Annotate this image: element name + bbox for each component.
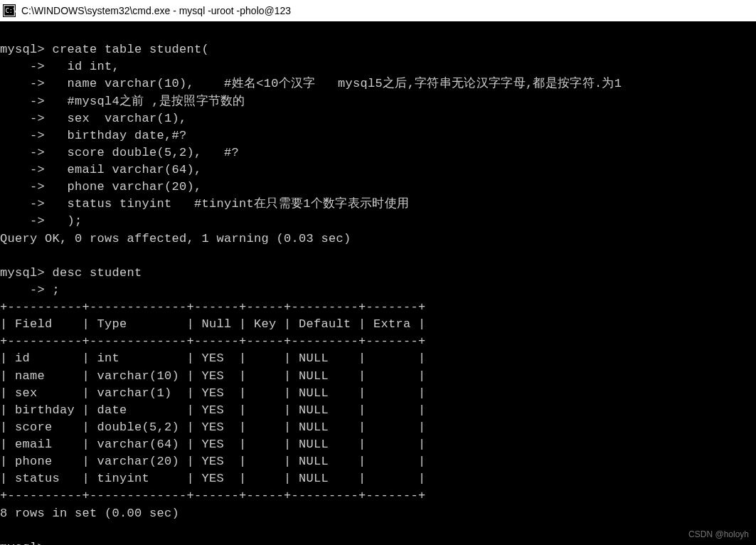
- sql-line: status tinyint #tinyint在只需要1个数字表示时使用: [45, 197, 409, 211]
- cont-prompt: ->: [0, 60, 45, 73]
- cont-prompt: ->: [0, 214, 45, 228]
- table-border: +----------+-------------+------+-----+-…: [0, 489, 426, 502]
- cont-prompt: ->: [0, 112, 45, 125]
- watermark: CSDN @holoyh: [688, 529, 749, 539]
- cont-prompt: ->: [0, 283, 45, 297]
- cont-prompt: ->: [0, 197, 45, 211]
- svg-text:C:\: C:\: [5, 7, 16, 14]
- table-row: | birthday | date | YES | | NULL | |: [0, 403, 426, 417]
- prompt: mysql>: [0, 541, 45, 545]
- table-row: | name | varchar(10) | YES | | NULL | |: [0, 369, 426, 383]
- sql-line: desc student: [45, 266, 142, 280]
- sql-line: name varchar(10), #姓名<10个汉字 mysql5之后,字符串…: [45, 77, 622, 90]
- query-result: Query OK, 0 rows affected, 1 warning (0.…: [0, 232, 351, 245]
- prompt: mysql>: [0, 43, 45, 56]
- table-row: | email | varchar(64) | YES | | NULL | |: [0, 438, 426, 451]
- sql-line: birthday date,#?: [45, 129, 187, 142]
- cont-prompt: ->: [0, 129, 45, 142]
- window-titlebar: C:\ C:\WINDOWS\system32\cmd.exe - mysql …: [0, 0, 756, 21]
- cmd-icon: C:\: [3, 4, 16, 17]
- query-result: 8 rows in set (0.00 sec): [0, 507, 179, 520]
- sql-line: score double(5,2), #?: [45, 146, 239, 159]
- cont-prompt: ->: [0, 77, 45, 90]
- table-row: | id | int | YES | | NULL | |: [0, 351, 426, 365]
- sql-line: phone varchar(20),: [45, 180, 202, 194]
- sql-line: sex varchar(1),: [45, 112, 187, 125]
- prompt: mysql>: [0, 266, 45, 280]
- table-row: | status | tinyint | YES | | NULL | |: [0, 472, 426, 485]
- sql-line: id int,: [45, 60, 119, 73]
- cont-prompt: ->: [0, 163, 45, 176]
- cont-prompt: ->: [0, 180, 45, 194]
- table-row: | phone | varchar(20) | YES | | NULL | |: [0, 455, 426, 468]
- window-title: C:\WINDOWS\system32\cmd.exe - mysql -uro…: [21, 5, 291, 16]
- table-row: | score | double(5,2) | YES | | NULL | |: [0, 420, 426, 434]
- sql-line: #mysql4之前 ,是按照字节数的: [45, 95, 245, 108]
- sql-line: create table student(: [45, 43, 209, 56]
- cont-prompt: ->: [0, 95, 45, 108]
- table-row: | sex | varchar(1) | YES | | NULL | |: [0, 386, 426, 400]
- table-border: +----------+-------------+------+-----+-…: [0, 334, 426, 348]
- sql-line: ;: [45, 283, 60, 297]
- table-border: +----------+-------------+------+-----+-…: [0, 300, 426, 314]
- cont-prompt: ->: [0, 146, 45, 159]
- terminal-output[interactable]: mysql> create table student( -> id int, …: [0, 21, 756, 545]
- sql-line: );: [45, 214, 82, 228]
- table-header: | Field | Type | Null | Key | Default | …: [0, 317, 426, 331]
- sql-line: email varchar(64),: [45, 163, 202, 176]
